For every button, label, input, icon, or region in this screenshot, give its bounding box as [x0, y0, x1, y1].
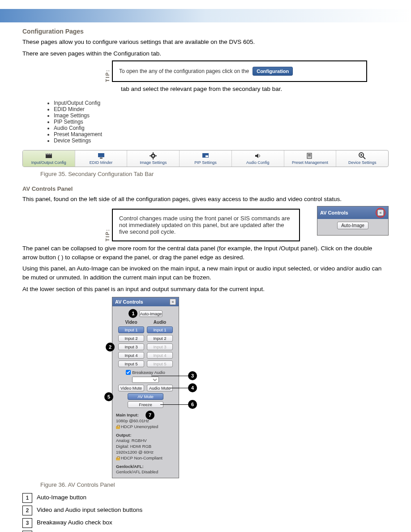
gear-icon: [150, 152, 157, 159]
list-item: Audio Config: [54, 125, 389, 131]
svg-point-8: [152, 155, 154, 157]
tab-label: Preset Management: [292, 160, 328, 165]
callout-4-bubble: 4: [188, 383, 197, 392]
video-input-4-button[interactable]: Input 4: [118, 352, 144, 359]
svg-rect-6: [100, 158, 103, 159]
tab-preset-management[interactable]: Preset Management: [284, 150, 336, 167]
audio-input-4-button[interactable]: Input 4: [147, 352, 173, 359]
tip-text-part-1: To open the any of the configuration pag…: [119, 68, 249, 74]
instr-3-text: Breakaway Audio check box: [37, 518, 112, 527]
tab-label: Image Settings: [140, 160, 167, 165]
video-input-5-button[interactable]: Input 5: [118, 360, 144, 367]
mini-panel-body: Auto-Image: [317, 219, 388, 235]
figure35-caption: Figure 35. Secondary Configuration Tab B…: [40, 171, 389, 177]
av-mute-button[interactable]: AV Mute: [128, 393, 163, 400]
wrench-icon: [359, 152, 366, 159]
audio-input-3-button[interactable]: Input 3: [147, 343, 173, 350]
num-1-icon: 1: [22, 493, 32, 503]
main-input-rate: 1080p @60.01Hz: [116, 418, 175, 424]
svg-rect-17: [308, 155, 311, 156]
video-input-1-button[interactable]: Input 1: [118, 326, 144, 333]
num-2-icon: 2: [22, 506, 32, 515]
av-intro: This panel, found on the left side of al…: [22, 195, 389, 204]
tab-label: Audio Config: [246, 160, 270, 165]
top-blue-strip: [0, 9, 411, 22]
output-res: 1920x1200 @ 60Hz: [116, 450, 175, 455]
callout-6-bubble: 6: [188, 400, 197, 409]
panel-header: AV Controls «: [112, 297, 179, 306]
freeze-button[interactable]: Freeze: [128, 401, 163, 408]
hdcp-non-compliant: HDCP Non-Compliant: [121, 455, 163, 460]
num-3-icon: 3: [22, 518, 32, 528]
callout-3-bubble: 3: [188, 371, 197, 380]
panel-body: 1 Auto-Image Video Audio Input 1 Input 1…: [112, 306, 179, 478]
video-col-head: Video: [118, 320, 144, 325]
svg-rect-14: [206, 155, 208, 157]
callout-3-line: [151, 376, 188, 376]
auto-image-button[interactable]: Auto-Image: [337, 222, 368, 229]
tab-device-settings[interactable]: Device Settings: [336, 150, 388, 167]
audio-col-head: Audio: [147, 320, 173, 325]
av-body-3: At the lower section of this panel is an…: [22, 285, 389, 294]
tab-audio-config[interactable]: Audio Config: [231, 150, 284, 167]
av-body-2: Using this panel, an Auto-Image can be i…: [22, 264, 389, 282]
svg-rect-5: [98, 153, 104, 157]
video-input-3-button[interactable]: Input 3: [118, 343, 144, 350]
svg-rect-0: [46, 154, 52, 158]
auto-image-button[interactable]: Auto-Image: [139, 310, 162, 317]
configuration-button[interactable]: Configuration: [253, 67, 293, 76]
figure36-caption: Figure 36. AV Controls Panel: [40, 481, 115, 488]
callout-5-bubble: 5: [104, 392, 113, 401]
instr-2: 2 Video and Audio input selection button…: [22, 506, 389, 515]
mute-row: Video Mute Audio Mute: [118, 385, 173, 391]
section-heading: Configuration Pages: [22, 28, 389, 35]
list-item: EDID Minder: [54, 106, 389, 112]
speaker-icon: [254, 152, 261, 159]
breakaway-select[interactable]: [132, 377, 159, 383]
audio-input-5-button[interactable]: Input 5: [147, 360, 173, 367]
clapperboard-icon: [45, 152, 52, 159]
svg-line-20: [363, 156, 365, 159]
audio-mute-button[interactable]: Audio Mute: [147, 385, 173, 391]
lock-icon: [116, 456, 120, 460]
collapse-icon[interactable]: «: [170, 299, 176, 305]
tab-input-output-config[interactable]: Input/Output Config: [23, 150, 75, 167]
breakaway-audio-checkbox[interactable]: [126, 370, 131, 375]
genlock-state: Genlock/AFL Disabled: [116, 469, 175, 475]
figure36-container: AV Controls « 1 Auto-Image Video Audio: [22, 297, 389, 489]
instr-2-text: Video and Audio input selection buttons: [37, 506, 142, 515]
list-item: Device Settings: [54, 137, 389, 144]
preset-icon: [306, 152, 313, 159]
mini-panel-title: AV Controls: [320, 210, 348, 215]
status-info-block: 7 Main Input: 1080p @60.01Hz HDCP Unencr…: [114, 412, 177, 475]
collapse-icon[interactable]: «: [377, 210, 384, 216]
avmute-freeze: 5 AV Mute Freeze: [128, 393, 163, 408]
hdcp-unencrypted: HDCP Unencrypted: [121, 424, 158, 429]
intro-text-1: These pages allow you to configure vario…: [22, 38, 389, 47]
audio-input-2-button[interactable]: Input 2: [147, 335, 173, 342]
instr-1: 1 Auto-Image button: [22, 493, 389, 503]
secondary-tab-bar: Input/Output Config EDID Minder Image Se…: [22, 150, 389, 167]
tab-image-settings[interactable]: Image Settings: [127, 150, 179, 167]
chevron-left-icon: «: [171, 300, 174, 304]
tab-pip-settings[interactable]: PIP Settings: [179, 150, 231, 167]
tip-label: TIP:: [103, 60, 112, 82]
audio-input-1-button[interactable]: Input 1: [147, 326, 173, 333]
tab-label: Input/Output Config: [31, 160, 66, 165]
video-input-2-button[interactable]: Input 2: [118, 335, 144, 342]
output-digital: Digital: HDMI RGB: [116, 444, 175, 450]
main-input-hdr: Main Input:: [116, 412, 139, 417]
mini-panel-header: AV Controls «: [317, 206, 388, 219]
callout-6-line: [160, 404, 188, 405]
callout-7-bubble: 7: [146, 411, 154, 420]
tab-edid-minder[interactable]: EDID Minder: [75, 150, 127, 167]
callout-6-label: 6: [188, 400, 197, 409]
callout-3-label: 3: [188, 371, 197, 380]
video-mute-button[interactable]: Video Mute: [118, 385, 144, 391]
intro-text-2: There are seven pages within the Configu…: [22, 49, 389, 58]
av-controls-heading: AV Controls Panel: [22, 185, 389, 192]
breakaway-label: Breakaway Audio: [132, 370, 165, 375]
callout-1-bubble: 1: [128, 309, 137, 318]
chevron-left-icon: «: [379, 210, 381, 215]
breakaway-audio-row: Breakaway Audio: [126, 370, 165, 375]
